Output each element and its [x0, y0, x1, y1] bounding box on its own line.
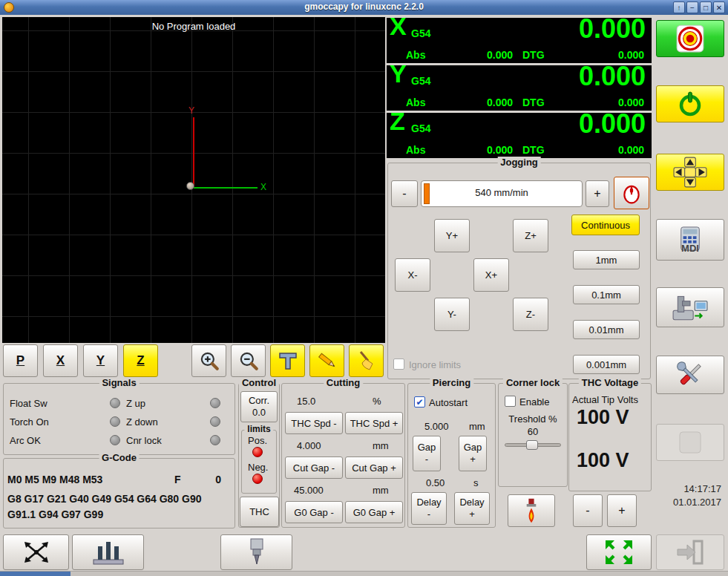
dro-value: 0.000 [579, 61, 646, 92]
jog-increment-01mm-button[interactable]: 0.1mm [573, 285, 640, 304]
jog-speed-minus-button[interactable]: - [391, 180, 418, 207]
pierce-gap-minus-button[interactable]: Gap - [413, 436, 441, 471]
view-p-button[interactable]: P [3, 344, 38, 377]
emergency-stop-icon [675, 23, 706, 54]
user-tabs-button [656, 424, 724, 461]
cutting-title: Cutting [324, 377, 363, 388]
touch-off-button[interactable] [3, 534, 69, 570]
dro-dtg-label: DTG [522, 144, 545, 156]
cut-gap-minus-button[interactable]: Cut Gap - [285, 456, 343, 479]
axes-cross-icon [20, 537, 53, 567]
corner-lock-enable-label: Enable [519, 396, 549, 408]
back-button [656, 534, 724, 570]
clear-plot-button[interactable] [349, 344, 384, 377]
dro-axis-x[interactable]: X G54 0.000 Abs 0.000 DTG 0.000 [387, 18, 652, 63]
z-down-led [210, 416, 220, 427]
machine-settings-button[interactable] [656, 287, 724, 327]
float-sw-led [110, 398, 120, 408]
zoom-in-button[interactable] [191, 344, 226, 377]
limits-subframe: limits Pos. Neg. [241, 430, 277, 494]
jog-increment-1mm-button[interactable]: 1mm [573, 250, 640, 269]
threshold-slider-thumb[interactable] [526, 440, 538, 450]
machine-on-button[interactable] [656, 85, 724, 122]
edit-button[interactable] [309, 344, 344, 377]
settings-button[interactable] [656, 356, 724, 394]
cut-gap-plus-button[interactable]: Cut Gap + [345, 456, 403, 479]
fullscreen-button[interactable] [586, 534, 652, 570]
dro-axis-letter: Y [390, 59, 407, 88]
dro-dtg-value: 0.000 [618, 96, 644, 108]
dro-axis-letter: X [390, 12, 407, 41]
caliper-icon [277, 350, 299, 372]
jog-speed-plus-button[interactable]: + [586, 180, 609, 207]
preview-message: No Program loaded [2, 21, 385, 32]
dro-abs-label: Abs [406, 144, 425, 156]
touch-plate-button[interactable] [72, 534, 144, 570]
mdi-mode-button[interactable]: MDI [656, 219, 724, 261]
view-z-button[interactable]: Z [123, 344, 158, 377]
jog-increment-0001mm-button[interactable]: 0.001mm [573, 355, 640, 374]
threshold-slider[interactable] [505, 443, 561, 447]
maximize-button[interactable]: □ [700, 1, 712, 13]
g0-gap-minus-button[interactable]: G0 Gap - [285, 501, 343, 523]
estop-button[interactable] [656, 20, 724, 57]
jog-increment-001mm-button[interactable]: 0.01mm [573, 320, 640, 339]
zoom-out-button[interactable] [231, 344, 266, 377]
jog-z-minus-button[interactable]: Z- [513, 298, 548, 331]
z-up-led [210, 398, 220, 408]
dro-axis-z[interactable]: Z G54 0.000 Abs 0.000 DTG 0.000 [387, 113, 652, 158]
feed-label: F [174, 474, 181, 485]
thc-voltage-frame: THC Voltage Actual Tip Volts 100 V 100 V [568, 383, 652, 491]
jog-y-minus-button[interactable]: Y- [434, 298, 470, 331]
jog-continuous-button[interactable]: Continuous [571, 215, 640, 235]
corner-lock-enable-checkbox[interactable] [505, 396, 516, 407]
actual-tip-volts-label: Actual Tip Volts [572, 394, 638, 405]
g0-gap-plus-button[interactable]: G0 Gap + [345, 501, 403, 523]
dro-axis-y[interactable]: Y G54 0.000 Abs 0.000 DTG 0.000 [387, 65, 652, 111]
minimize-button[interactable]: − [686, 1, 698, 13]
active-mcodes: M0 M5 M9 M48 M53 [7, 474, 102, 485]
gcode-preview[interactable]: No Program loaded Y X [2, 17, 385, 343]
jog-speed-slider[interactable]: 540 mm/min [421, 180, 583, 207]
height-correction-display[interactable]: Corr. 0.0 [240, 391, 278, 422]
jog-speed-value: 540 mm/min [422, 187, 582, 198]
dro-dtg-value: 0.000 [618, 49, 644, 61]
feed-value: 0 [215, 474, 221, 485]
view-x-button[interactable]: X [43, 344, 78, 377]
dro-coord-system: G54 [411, 75, 430, 87]
dro-value: 0.000 [579, 108, 646, 140]
jog-mode-button[interactable] [656, 154, 724, 191]
probe-pins-icon [91, 537, 126, 567]
dimensions-button[interactable] [270, 344, 305, 377]
thc-speed-plus-button[interactable]: THC Spd + [345, 412, 403, 434]
x-axis-label: X [260, 182, 266, 192]
rollup-button[interactable]: ↑ [673, 1, 685, 13]
jog-z-plus-button[interactable]: Z+ [513, 219, 548, 252]
float-sw-label: Float Sw [10, 398, 47, 409]
jog-x-minus-button[interactable]: X- [395, 258, 430, 292]
dro-axis-letter: Z [390, 107, 405, 136]
torch-on-led [110, 416, 120, 427]
autostart-checkbox[interactable]: ✔ [414, 396, 425, 408]
pierce-delay-minus-button[interactable]: Delay - [411, 492, 447, 525]
jog-with-mouse-button[interactable] [614, 177, 649, 209]
cnr-lock-led [210, 435, 220, 445]
origin-marker [186, 182, 194, 190]
torch-button[interactable] [508, 494, 555, 527]
threshold-value: 60 [499, 426, 567, 437]
jog-y-plus-button[interactable]: Y+ [434, 219, 470, 252]
pierce-delay-plus-button[interactable]: Delay + [454, 492, 490, 525]
close-button[interactable]: ✕ [713, 1, 725, 13]
ignore-limits-checkbox[interactable] [393, 359, 404, 370]
dro-dtg-value: 0.000 [618, 144, 644, 156]
voltage-minus-button[interactable]: - [573, 494, 603, 527]
jog-x-plus-button[interactable]: X+ [473, 258, 509, 292]
view-y-button[interactable]: Y [83, 344, 118, 377]
pierce-gap-plus-button[interactable]: Gap + [459, 436, 487, 471]
corr-value: 0.0 [252, 407, 266, 419]
tool-change-button[interactable] [220, 534, 292, 570]
thc-button[interactable]: THC [240, 497, 279, 527]
thc-speed-minus-button[interactable]: THC Spd - [285, 412, 343, 434]
zoom-in-icon [198, 350, 220, 372]
voltage-plus-button[interactable]: + [607, 494, 637, 527]
